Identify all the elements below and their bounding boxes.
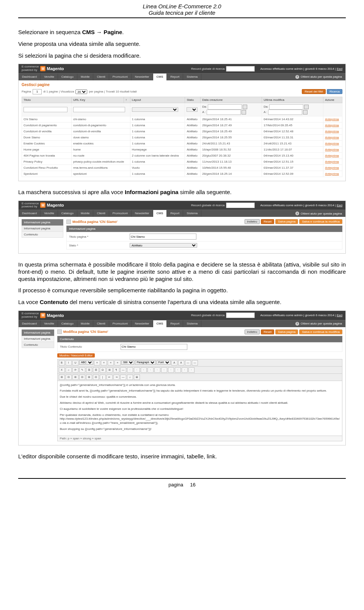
- menu-promozioni[interactable]: Promozioni: [109, 210, 132, 217]
- menu-newsletter[interactable]: Newsletter: [132, 210, 153, 217]
- toolbar-button[interactable]: ⊟: [93, 375, 99, 380]
- toolbar-button[interactable]: I: [66, 360, 72, 365]
- calendar-icon[interactable]: [303, 110, 308, 114]
- toolbar-button[interactable]: —: [120, 367, 126, 373]
- menu-cms[interactable]: CMS: [153, 320, 167, 327]
- save-continue-button[interactable]: Salva e continua la modifica: [299, 329, 342, 334]
- search-button[interactable]: Ricerca: [327, 89, 342, 94]
- toolbar-button[interactable]: —: [192, 360, 198, 365]
- logout-link[interactable]: Esci: [337, 67, 342, 71]
- toolbar-select[interactable]: Paragraph: [135, 360, 156, 365]
- toolbar-button[interactable]: ·: [161, 367, 167, 373]
- menu-promozioni[interactable]: Promozioni: [109, 74, 132, 80]
- sidebar-item-contenuto[interactable]: Contenuto: [22, 232, 63, 238]
- calendar-icon[interactable]: [304, 105, 309, 109]
- pager-perpage-select[interactable]: 20: [75, 89, 87, 94]
- pager-page-input[interactable]: [33, 89, 42, 94]
- filter-titolo[interactable]: [24, 107, 67, 112]
- toolbar-button[interactable]: ⊟: [79, 375, 85, 380]
- logout-link[interactable]: Esci: [337, 314, 342, 317]
- toolbar-button[interactable]: ⌕: [127, 375, 133, 380]
- toolbar-button[interactable]: ·: [168, 367, 174, 373]
- toolbar-button[interactable]: A: [171, 360, 177, 365]
- menu-promozioni[interactable]: Promozioni: [109, 320, 132, 327]
- cell-anteprima-link[interactable]: Anteprima: [323, 140, 342, 146]
- toolbar-button[interactable]: ⊞: [59, 375, 65, 380]
- grid-row[interactable]: Condizioni di venditacondizioni-di-vendi…: [22, 128, 342, 134]
- menu-mobile[interactable]: Mobile: [77, 320, 94, 327]
- menu-catalogo[interactable]: Catalogo: [58, 210, 77, 217]
- menu-vendite[interactable]: Vendite: [41, 74, 58, 80]
- reset-filters-button[interactable]: Reset dei filtri: [302, 89, 325, 94]
- toolbar-button[interactable]: B: [59, 360, 65, 365]
- toolbar-button[interactable]: ·: [154, 367, 160, 373]
- toolbar-button[interactable]: ⟳: [72, 367, 78, 373]
- global-search-input[interactable]: [226, 66, 255, 72]
- grid-row[interactable]: Condizioni di pagamentocondizioni-di-pag…: [22, 122, 342, 128]
- menu-catalogo[interactable]: Catalogo: [58, 320, 77, 327]
- save-button[interactable]: Salva pagina: [275, 329, 298, 334]
- menu-report[interactable]: Report: [167, 210, 183, 217]
- toolbar-button[interactable]: ⊟: [66, 375, 72, 380]
- grid-row[interactable]: Condizioni Reso Prodottorma-terms-and-co…: [22, 165, 342, 171]
- cell-anteprima-link[interactable]: Anteprima: [323, 146, 342, 152]
- toolbar-button[interactable]: ·: [134, 367, 140, 373]
- col-data-creazione[interactable]: Data creazione: [201, 97, 262, 103]
- menu-catalogo[interactable]: Catalogo: [58, 74, 77, 80]
- menu-vendite[interactable]: Vendite: [41, 320, 58, 327]
- cell-anteprima-link[interactable]: Anteprima: [323, 152, 342, 158]
- menu-cms[interactable]: CMS: [153, 74, 167, 80]
- grid-row[interactable]: Home pagehomeHomepageAbilitato16/apr/200…: [22, 146, 342, 152]
- toolbar-button[interactable]: ☰: [93, 367, 99, 373]
- save-continue-button[interactable]: Salva e continua la modifica: [299, 219, 342, 224]
- grid-row[interactable]: Dove Siamodove-siamo1 colonnaAbilitato28…: [22, 134, 342, 140]
- grid-row[interactable]: Spedizionispedizioni1 colonnaAbilitato28…: [22, 171, 342, 177]
- help-link[interactable]: ? Ottieni aiuto per questa pagina: [292, 74, 345, 80]
- col-ultima-modifica[interactable]: Ultima modifica: [262, 97, 323, 103]
- toolbar-button[interactable]: A: [178, 360, 184, 365]
- cell-anteprima-link[interactable]: Anteprima: [323, 171, 342, 177]
- cell-anteprima-link[interactable]: Anteprima: [323, 158, 342, 165]
- global-search-input[interactable]: [226, 202, 255, 208]
- cell-anteprima-link[interactable]: Anteprima: [323, 128, 342, 134]
- reset-button[interactable]: Reset: [261, 329, 274, 334]
- reset-button[interactable]: Reset: [261, 219, 274, 224]
- toolbar-button[interactable]: |: [100, 375, 106, 380]
- toolbar-button[interactable]: ⌕: [66, 367, 72, 373]
- toolbar-button[interactable]: ¶: [113, 367, 119, 373]
- sidebar-item-info[interactable]: Informazioni pagina: [22, 336, 54, 342]
- toolbar-select[interactable]: ABC: [79, 360, 93, 365]
- back-button[interactable]: Indietro: [245, 329, 260, 334]
- toolbar-button[interactable]: ·: [188, 367, 195, 373]
- toolbar-button[interactable]: —: [185, 360, 191, 365]
- toolbar-button[interactable]: Ω: [100, 367, 106, 373]
- grid-row[interactable]: Privacy Policyprivacy-policy-cookie-rest…: [22, 158, 342, 165]
- menu-mobile[interactable]: Mobile: [77, 74, 94, 80]
- filter-dc-da[interactable]: [208, 104, 242, 110]
- menu-newsletter[interactable]: Newsletter: [132, 320, 153, 327]
- field-title-input[interactable]: [130, 234, 196, 240]
- toolbar-button[interactable]: ⊠: [134, 375, 140, 380]
- menu-clienti[interactable]: Clienti: [93, 74, 109, 80]
- col-layout[interactable]: Layout: [130, 97, 185, 103]
- toggle-editor-button[interactable]: Mostra / Nascondi Editor: [57, 353, 95, 358]
- menu-dashboard[interactable]: Dashboard: [19, 210, 41, 217]
- cell-anteprima-link[interactable]: Anteprima: [323, 134, 342, 140]
- toolbar-button[interactable]: ·: [127, 367, 133, 373]
- filter-um-a[interactable]: [268, 110, 302, 115]
- calendar-icon[interactable]: [242, 110, 246, 114]
- menu-report[interactable]: Report: [167, 320, 183, 327]
- back-button[interactable]: Indietro: [245, 219, 260, 224]
- toolbar-button[interactable]: —: [120, 375, 126, 380]
- cell-anteprima-link[interactable]: Anteprima: [323, 165, 342, 171]
- menu-sistema[interactable]: Sistema: [183, 74, 201, 80]
- toolbar-button[interactable]: ⊞: [107, 367, 113, 373]
- col-titolo[interactable]: Titolo: [22, 97, 72, 103]
- grid-row[interactable]: Chi Siamochi-siamo1 colonnaAbilitato28/g…: [22, 116, 342, 122]
- col-sort[interactable]: ↑: [124, 97, 130, 103]
- sidebar-item-info[interactable]: Informazioni pagina: [22, 226, 63, 232]
- field-state-select[interactable]: Abilitato: [130, 243, 197, 248]
- help-link[interactable]: ? Ottieni aiuto per questa pagina: [292, 320, 345, 327]
- toolbar-button[interactable]: ·: [182, 367, 188, 373]
- col-urlkey[interactable]: URL Key: [71, 97, 124, 103]
